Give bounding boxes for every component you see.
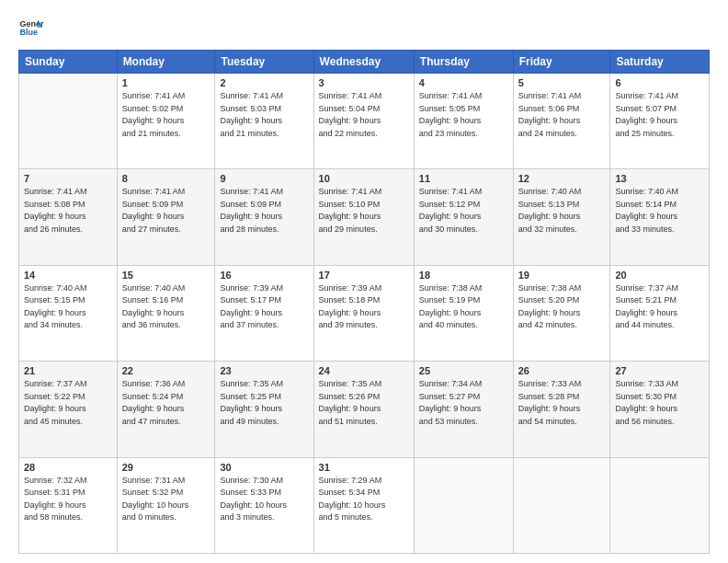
day-number: 9 xyxy=(220,173,308,184)
day-header-sunday: Sunday xyxy=(19,51,118,74)
day-number: 18 xyxy=(419,270,508,281)
day-number: 20 xyxy=(615,270,704,281)
day-number: 2 xyxy=(220,77,308,88)
week-row-1: 1Sunrise: 7:41 AM Sunset: 5:02 PM Daylig… xyxy=(19,74,710,169)
calendar-cell: 9Sunrise: 7:41 AM Sunset: 5:09 PM Daylig… xyxy=(215,169,313,265)
day-number: 23 xyxy=(220,365,308,376)
day-number: 17 xyxy=(319,270,409,281)
day-info: Sunrise: 7:41 AM Sunset: 5:08 PM Dayligh… xyxy=(24,186,112,236)
calendar-cell: 4Sunrise: 7:41 AM Sunset: 5:05 PM Daylig… xyxy=(414,74,513,169)
day-number: 29 xyxy=(122,462,210,473)
day-info: Sunrise: 7:36 AM Sunset: 5:24 PM Dayligh… xyxy=(122,378,210,428)
day-info: Sunrise: 7:32 AM Sunset: 5:31 PM Dayligh… xyxy=(24,475,112,524)
calendar-cell: 31Sunrise: 7:29 AM Sunset: 5:34 PM Dayli… xyxy=(313,457,414,553)
day-number: 7 xyxy=(24,173,112,184)
calendar-cell: 27Sunrise: 7:33 AM Sunset: 5:30 PM Dayli… xyxy=(610,362,710,457)
day-info: Sunrise: 7:30 AM Sunset: 5:33 PM Dayligh… xyxy=(220,475,308,524)
calendar-cell: 5Sunrise: 7:41 AM Sunset: 5:06 PM Daylig… xyxy=(513,74,610,169)
calendar-cell: 7Sunrise: 7:41 AM Sunset: 5:08 PM Daylig… xyxy=(19,169,118,265)
day-info: Sunrise: 7:40 AM Sunset: 5:13 PM Dayligh… xyxy=(518,186,606,236)
day-header-monday: Monday xyxy=(117,51,215,74)
day-number: 12 xyxy=(518,173,606,184)
calendar-cell: 18Sunrise: 7:38 AM Sunset: 5:19 PM Dayli… xyxy=(414,265,513,361)
calendar-cell xyxy=(414,457,513,553)
day-number: 5 xyxy=(518,77,606,88)
day-info: Sunrise: 7:41 AM Sunset: 5:10 PM Dayligh… xyxy=(319,186,409,236)
day-info: Sunrise: 7:39 AM Sunset: 5:18 PM Dayligh… xyxy=(319,282,409,332)
day-number: 26 xyxy=(518,365,606,376)
logo-icon: General Blue xyxy=(18,15,44,40)
calendar-cell: 29Sunrise: 7:31 AM Sunset: 5:32 PM Dayli… xyxy=(117,457,215,553)
day-info: Sunrise: 7:33 AM Sunset: 5:28 PM Dayligh… xyxy=(518,378,606,428)
day-info: Sunrise: 7:35 AM Sunset: 5:26 PM Dayligh… xyxy=(319,378,409,428)
day-number: 28 xyxy=(24,462,112,473)
calendar-cell xyxy=(19,74,118,169)
day-number: 3 xyxy=(319,77,409,88)
day-number: 22 xyxy=(122,365,210,376)
calendar-cell: 26Sunrise: 7:33 AM Sunset: 5:28 PM Dayli… xyxy=(513,362,610,457)
day-number: 21 xyxy=(24,365,112,376)
calendar-cell: 16Sunrise: 7:39 AM Sunset: 5:17 PM Dayli… xyxy=(215,265,313,361)
calendar-cell: 10Sunrise: 7:41 AM Sunset: 5:10 PM Dayli… xyxy=(313,169,414,265)
day-number: 15 xyxy=(122,270,210,281)
day-number: 24 xyxy=(319,365,409,376)
calendar-cell: 13Sunrise: 7:40 AM Sunset: 5:14 PM Dayli… xyxy=(610,169,710,265)
header-row: SundayMondayTuesdayWednesdayThursdayFrid… xyxy=(19,51,710,74)
day-number: 11 xyxy=(419,173,508,184)
calendar-cell: 15Sunrise: 7:40 AM Sunset: 5:16 PM Dayli… xyxy=(117,265,215,361)
day-number: 6 xyxy=(615,77,704,88)
calendar-cell: 2Sunrise: 7:41 AM Sunset: 5:03 PM Daylig… xyxy=(215,74,313,169)
day-info: Sunrise: 7:35 AM Sunset: 5:25 PM Dayligh… xyxy=(220,378,308,428)
calendar-cell: 14Sunrise: 7:40 AM Sunset: 5:15 PM Dayli… xyxy=(19,265,118,361)
day-info: Sunrise: 7:38 AM Sunset: 5:19 PM Dayligh… xyxy=(419,282,508,332)
day-info: Sunrise: 7:41 AM Sunset: 5:06 PM Dayligh… xyxy=(518,90,606,140)
calendar-cell: 23Sunrise: 7:35 AM Sunset: 5:25 PM Dayli… xyxy=(215,362,313,457)
calendar-cell: 6Sunrise: 7:41 AM Sunset: 5:07 PM Daylig… xyxy=(610,74,710,169)
day-number: 8 xyxy=(122,173,210,184)
calendar-cell: 24Sunrise: 7:35 AM Sunset: 5:26 PM Dayli… xyxy=(313,362,414,457)
day-header-tuesday: Tuesday xyxy=(215,51,313,74)
day-info: Sunrise: 7:37 AM Sunset: 5:22 PM Dayligh… xyxy=(24,378,112,428)
day-header-friday: Friday xyxy=(513,51,610,74)
day-info: Sunrise: 7:41 AM Sunset: 5:02 PM Dayligh… xyxy=(122,90,210,140)
day-number: 1 xyxy=(122,77,210,88)
day-number: 31 xyxy=(319,462,409,473)
header: General Blue xyxy=(18,15,710,40)
day-info: Sunrise: 7:41 AM Sunset: 5:12 PM Dayligh… xyxy=(419,186,508,236)
calendar-cell: 30Sunrise: 7:30 AM Sunset: 5:33 PM Dayli… xyxy=(215,457,313,553)
day-info: Sunrise: 7:29 AM Sunset: 5:34 PM Dayligh… xyxy=(319,475,409,524)
day-number: 27 xyxy=(615,365,704,376)
day-info: Sunrise: 7:37 AM Sunset: 5:21 PM Dayligh… xyxy=(615,282,704,332)
calendar-cell: 22Sunrise: 7:36 AM Sunset: 5:24 PM Dayli… xyxy=(117,362,215,457)
logo: General Blue xyxy=(18,15,44,40)
day-header-thursday: Thursday xyxy=(414,51,513,74)
calendar-cell: 12Sunrise: 7:40 AM Sunset: 5:13 PM Dayli… xyxy=(513,169,610,265)
day-number: 4 xyxy=(419,77,508,88)
calendar-cell: 3Sunrise: 7:41 AM Sunset: 5:04 PM Daylig… xyxy=(313,74,414,169)
week-row-5: 28Sunrise: 7:32 AM Sunset: 5:31 PM Dayli… xyxy=(19,457,710,553)
day-info: Sunrise: 7:41 AM Sunset: 5:05 PM Dayligh… xyxy=(419,90,508,140)
page: General Blue SundayMondayTuesdayWednesda… xyxy=(0,0,728,563)
day-info: Sunrise: 7:40 AM Sunset: 5:14 PM Dayligh… xyxy=(615,186,704,236)
calendar-cell: 28Sunrise: 7:32 AM Sunset: 5:31 PM Dayli… xyxy=(19,457,118,553)
calendar-cell: 21Sunrise: 7:37 AM Sunset: 5:22 PM Dayli… xyxy=(19,362,118,457)
day-info: Sunrise: 7:40 AM Sunset: 5:15 PM Dayligh… xyxy=(24,282,112,332)
day-info: Sunrise: 7:38 AM Sunset: 5:20 PM Dayligh… xyxy=(518,282,606,332)
day-number: 14 xyxy=(24,270,112,281)
day-info: Sunrise: 7:41 AM Sunset: 5:09 PM Dayligh… xyxy=(122,186,210,236)
calendar-cell xyxy=(610,457,710,553)
day-info: Sunrise: 7:41 AM Sunset: 5:07 PM Dayligh… xyxy=(615,90,704,140)
calendar-table: SundayMondayTuesdayWednesdayThursdayFrid… xyxy=(18,50,710,554)
calendar-cell: 25Sunrise: 7:34 AM Sunset: 5:27 PM Dayli… xyxy=(414,362,513,457)
day-number: 30 xyxy=(220,462,308,473)
day-info: Sunrise: 7:33 AM Sunset: 5:30 PM Dayligh… xyxy=(615,378,704,428)
day-info: Sunrise: 7:40 AM Sunset: 5:16 PM Dayligh… xyxy=(122,282,210,332)
day-header-saturday: Saturday xyxy=(610,51,710,74)
week-row-4: 21Sunrise: 7:37 AM Sunset: 5:22 PM Dayli… xyxy=(19,362,710,457)
week-row-3: 14Sunrise: 7:40 AM Sunset: 5:15 PM Dayli… xyxy=(19,265,710,361)
week-row-2: 7Sunrise: 7:41 AM Sunset: 5:08 PM Daylig… xyxy=(19,169,710,265)
day-header-wednesday: Wednesday xyxy=(313,51,414,74)
day-info: Sunrise: 7:41 AM Sunset: 5:04 PM Dayligh… xyxy=(319,90,409,140)
day-info: Sunrise: 7:41 AM Sunset: 5:09 PM Dayligh… xyxy=(220,186,308,236)
day-info: Sunrise: 7:31 AM Sunset: 5:32 PM Dayligh… xyxy=(122,475,210,524)
